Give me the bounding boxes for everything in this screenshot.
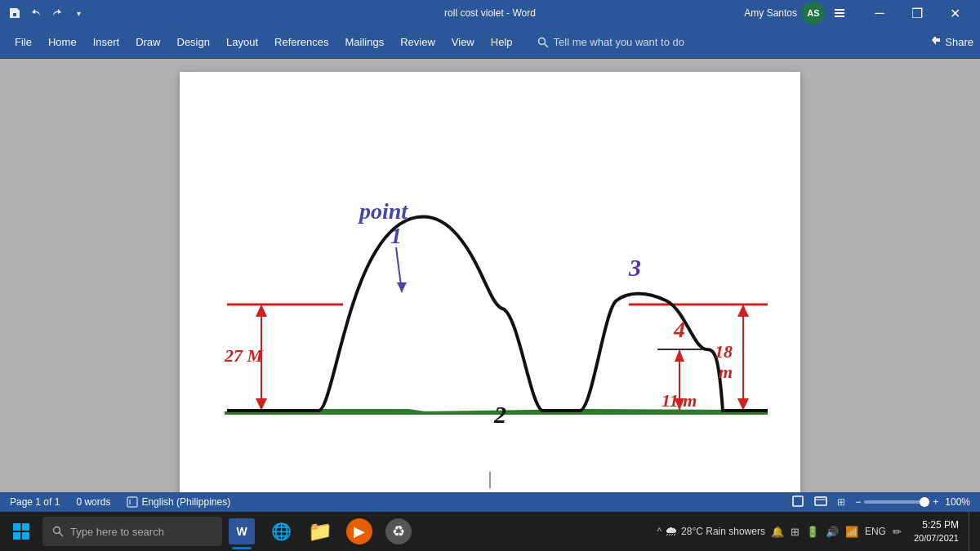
svg-rect-7	[793, 496, 803, 506]
taskbar-media-app[interactable]: ▶	[340, 512, 379, 551]
tell-me-label: Tell me what you want to do	[554, 36, 684, 48]
weather-info[interactable]: 🌧 28°C Rain showers	[665, 524, 765, 539]
notification-icon[interactable]: 🔔	[768, 526, 786, 538]
quick-access-toolbar: ▾	[7, 5, 87, 21]
zoom-slider[interactable]	[864, 500, 929, 504]
taskbar-search-placeholder: Type here to search	[70, 526, 164, 538]
alt-app-icon: ♻	[385, 518, 412, 544]
menu-mailings[interactable]: Mailings	[337, 29, 393, 56]
taskbar: Type here to search W 🌐 📁 ▶ ♻ ^ 🌧 28°C R…	[0, 512, 980, 551]
taskbar-right: ^ 🌧 28°C Rain showers 🔔 ⊞ 🔋 🔊 📶 ENG ✏ 5:…	[650, 512, 980, 551]
title-bar-left: ▾	[7, 5, 87, 21]
system-clock[interactable]: 5:25 PM 20/07/2021	[907, 518, 965, 544]
media-icon: ▶	[346, 518, 372, 544]
save-qat-button[interactable]	[7, 5, 23, 21]
window-controls: ─ ❐ ✕	[861, 0, 973, 26]
menu-layout[interactable]: Layout	[218, 29, 266, 56]
zoom-control: − + 100%	[855, 496, 970, 508]
title-bar: ▾ roll cost violet - Word Amy Santos AS …	[0, 0, 980, 26]
ribbon-display-button[interactable]	[830, 3, 849, 23]
language-tray[interactable]: ENG	[862, 526, 889, 537]
menu-view[interactable]: View	[443, 29, 483, 56]
menu-design[interactable]: Design	[169, 29, 218, 56]
svg-rect-2	[835, 16, 844, 17]
drawing-canvas[interactable]	[180, 72, 800, 492]
status-bar: Page 1 of 1 0 words English (Philippines…	[0, 492, 980, 512]
menu-bar: File Home Insert Draw Design Layout Refe…	[0, 26, 980, 59]
svg-rect-0	[835, 9, 844, 11]
customize-qat-button[interactable]: ▾	[70, 5, 87, 21]
taskbar-chrome-app[interactable]: 🌐	[261, 512, 301, 551]
main-area	[0, 59, 980, 492]
status-bar-right: ⊞ − + 100%	[791, 495, 970, 510]
show-desktop-button[interactable]	[969, 512, 973, 551]
volume-icon[interactable]: 🔊	[823, 526, 841, 538]
menu-home[interactable]: Home	[40, 29, 85, 56]
tell-me-search: Tell me what you want to do	[537, 36, 684, 48]
word-icon: W	[229, 518, 255, 544]
view-web-layout[interactable]	[814, 495, 827, 510]
language-indicator[interactable]: English (Philippines)	[127, 496, 230, 508]
chrome-icon: 🌐	[268, 518, 294, 544]
file-explorer-icon: 📁	[308, 520, 332, 543]
page-info: Page 1 of 1	[10, 496, 60, 508]
close-button[interactable]: ✕	[936, 0, 973, 26]
svg-rect-10	[13, 523, 20, 531]
menu-draw[interactable]: Draw	[127, 29, 168, 56]
minimize-button[interactable]: ─	[861, 0, 898, 26]
tray-expand[interactable]: ^	[657, 526, 662, 537]
zoom-level: 100%	[945, 496, 970, 508]
menu-help[interactable]: Help	[483, 29, 521, 56]
title-bar-right: Amy Santos AS ─ ❐ ✕	[744, 0, 973, 26]
menu-insert[interactable]: Insert	[85, 29, 128, 56]
network-icon[interactable]: 📶	[843, 526, 861, 538]
zoom-plus[interactable]: +	[933, 496, 938, 508]
user-name: Amy Santos	[744, 7, 797, 19]
document[interactable]	[180, 72, 800, 492]
pen-icon[interactable]: ✏	[890, 526, 904, 538]
word-count: 0 words	[76, 496, 110, 508]
battery-icon[interactable]: 🔋	[804, 526, 822, 538]
tray-icons: 🔔 ⊞ 🔋 🔊 📶 ENG ✏	[768, 526, 904, 538]
svg-point-3	[538, 38, 545, 44]
action-center-icon[interactable]: ⊞	[788, 526, 802, 538]
start-button[interactable]	[0, 512, 42, 551]
svg-rect-11	[22, 523, 29, 531]
restore-button[interactable]: ❐	[898, 0, 936, 26]
share-button[interactable]: Share	[930, 36, 973, 48]
svg-rect-5	[127, 497, 137, 507]
menu-review[interactable]: Review	[392, 29, 443, 56]
svg-rect-13	[22, 532, 29, 540]
taskbar-search-box[interactable]: Type here to search	[42, 517, 222, 546]
svg-line-15	[60, 533, 64, 537]
title-bar-title: roll cost violet - Word	[444, 7, 536, 19]
menu-file[interactable]: File	[7, 29, 40, 56]
svg-rect-1	[835, 12, 844, 14]
svg-point-14	[54, 527, 60, 534]
taskbar-alt-app[interactable]: ♻	[379, 512, 418, 551]
zoom-minus[interactable]: −	[855, 496, 861, 508]
svg-rect-8	[815, 497, 826, 505]
redo-qat-button[interactable]	[49, 5, 65, 21]
menu-references[interactable]: References	[266, 29, 336, 56]
svg-rect-12	[13, 532, 20, 540]
taskbar-word-app[interactable]: W	[222, 512, 261, 551]
focus-mode[interactable]: ⊞	[837, 496, 845, 508]
avatar: AS	[802, 2, 825, 24]
view-print-layout[interactable]	[791, 495, 804, 510]
undo-qat-button[interactable]	[28, 5, 44, 21]
taskbar-file-explorer-app[interactable]: 📁	[301, 512, 340, 551]
svg-line-4	[544, 43, 548, 47]
